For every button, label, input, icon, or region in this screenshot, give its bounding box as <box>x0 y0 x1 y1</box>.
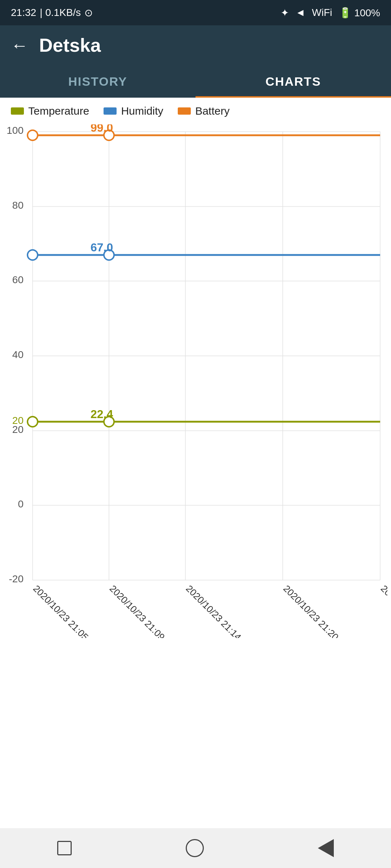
temperature-value-label: 22.4 <box>91 408 113 421</box>
humidity-point-start <box>28 250 38 260</box>
tab-history[interactable]: HISTORY <box>0 65 196 98</box>
page-title: Detska <box>39 34 101 56</box>
tab-charts[interactable]: CHARTS <box>196 65 391 98</box>
humidity-color <box>104 107 117 115</box>
legend-temperature: Temperature <box>11 105 89 117</box>
temperature-label: Temperature <box>28 105 89 117</box>
nav-square-button[interactable] <box>57 841 72 855</box>
nav-home-button[interactable] <box>186 839 204 857</box>
temp-y-tick: 20 <box>12 415 24 426</box>
y-label-100: 100 <box>7 125 24 136</box>
battery-point-start <box>28 130 38 140</box>
status-bar: 21:32 | 0.1KB/s ⊙ ✦ ◄ WiFi 🔋 100% <box>0 0 391 25</box>
chart-area: 100 80 60 40 20 0 -20 99.0 <box>0 124 391 639</box>
wifi-icon: WiFi <box>312 7 332 18</box>
sound-icon: ◄ <box>295 7 306 18</box>
y-label-40: 40 <box>12 349 24 360</box>
y-label-neg20: -20 <box>9 573 24 584</box>
temperature-point-start <box>28 417 38 427</box>
battery-value-label: 99.0 <box>91 124 113 134</box>
status-right: ✦ ◄ WiFi 🔋 100% <box>281 7 380 19</box>
status-network: | 0.1KB/s <box>40 7 81 18</box>
nav-bar <box>0 828 391 868</box>
legend-humidity: Humidity <box>104 105 163 117</box>
svg-rect-0 <box>4 124 387 638</box>
status-left: 21:32 | 0.1KB/s ⊙ <box>11 7 93 19</box>
status-icon: ⊙ <box>84 7 93 19</box>
temperature-color <box>11 107 24 115</box>
chart-legend: Temperature Humidity Battery <box>0 98 391 124</box>
back-button[interactable]: ← <box>11 35 28 55</box>
humidity-value-label: 67.0 <box>91 241 113 254</box>
battery-color <box>178 107 191 115</box>
humidity-label: Humidity <box>121 105 163 117</box>
y-label-0: 0 <box>18 498 24 510</box>
bluetooth-icon: ✦ <box>281 7 289 19</box>
legend-battery: Battery <box>178 105 230 117</box>
header: ← Detska <box>0 25 391 65</box>
battery-label: Battery <box>195 105 230 117</box>
status-time: 21:32 <box>11 7 36 18</box>
battery-icon: 🔋 100% <box>339 7 380 19</box>
chart-svg: 100 80 60 40 20 0 -20 99.0 <box>4 124 387 638</box>
nav-back-button[interactable] <box>318 839 334 857</box>
y-label-80: 80 <box>12 200 24 211</box>
y-label-60: 60 <box>12 274 24 285</box>
tab-bar: HISTORY CHARTS <box>0 65 391 98</box>
